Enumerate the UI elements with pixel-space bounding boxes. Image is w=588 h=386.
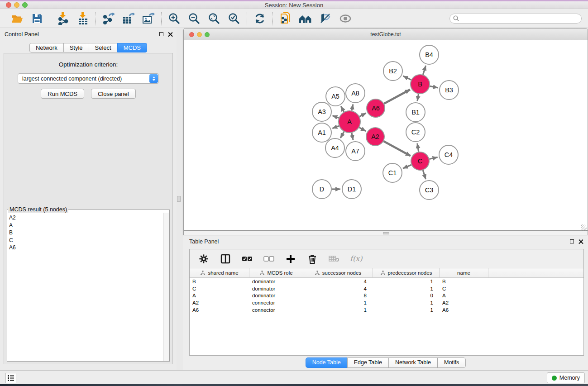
add-column-icon[interactable]	[285, 253, 296, 265]
panel-splitter[interactable]	[177, 28, 183, 370]
table-cell: 1	[373, 279, 440, 284]
table-cell: C	[190, 286, 249, 291]
graph-edge-A-A5[interactable]	[341, 106, 344, 112]
export-image-icon[interactable]	[142, 12, 155, 25]
table-row[interactable]: A6connector11A6	[190, 306, 583, 314]
column-header-name[interactable]: name	[440, 268, 488, 277]
first-neighbors-icon[interactable]	[299, 12, 312, 25]
column-header-shared-name[interactable]: shared name	[190, 268, 249, 277]
graph-edge-A6-B[interactable]	[384, 90, 410, 104]
zoom-fit-icon[interactable]	[207, 12, 221, 25]
graph-edge-C-C1[interactable]	[403, 165, 411, 168]
function-builder-icon[interactable]: f(x)	[350, 254, 362, 263]
deselect-all-icon[interactable]	[263, 253, 275, 265]
column-header-successor-nodes[interactable]: successor nodes	[303, 268, 373, 277]
mcds-result-item[interactable]: C	[9, 237, 163, 244]
graph-edge-B-B3[interactable]	[430, 86, 438, 88]
table-row[interactable]: A2connector11A2	[190, 299, 583, 306]
table-cell: A6	[440, 307, 488, 313]
graph-node-label: C1	[388, 169, 397, 176]
graph-node-label: B1	[411, 109, 420, 116]
graph-edge-B-B2[interactable]	[403, 76, 411, 80]
save-session-icon[interactable]	[30, 12, 44, 25]
graph-edge-B-B4[interactable]	[423, 66, 425, 75]
memory-button[interactable]: Memory	[547, 372, 585, 383]
delete-column-icon[interactable]	[306, 253, 318, 265]
float-table-panel-icon[interactable]	[570, 239, 574, 243]
select-all-icon[interactable]	[241, 253, 253, 265]
graph-node-label: A7	[351, 148, 359, 155]
splitter-thumb[interactable]	[177, 196, 181, 202]
tab-style[interactable]: Style	[63, 43, 89, 52]
graph-edge-C-C3[interactable]	[423, 170, 425, 179]
table-cell: 1	[373, 300, 440, 305]
result-scrollbar[interactable]	[163, 213, 169, 361]
table-row[interactable]: Adominator80A	[190, 292, 583, 299]
import-network-icon[interactable]	[56, 12, 70, 25]
graph-edge-A-A7[interactable]	[352, 133, 353, 140]
network-graph[interactable]: AA1A2A3A4A5A6A7A8BB1B2B3B4CC1C2C3C4DD1	[184, 40, 588, 231]
graph-edge-A-A2[interactable]	[359, 128, 366, 131]
zoom-selected-icon[interactable]	[227, 12, 241, 25]
graph-edge-C-C4[interactable]	[429, 157, 437, 159]
task-history-button[interactable]	[5, 373, 16, 383]
close-table-panel-icon[interactable]	[578, 239, 583, 244]
hide-graphics-icon[interactable]	[319, 12, 332, 25]
run-mcds-button[interactable]: Run MCDS	[41, 89, 84, 99]
mcds-result-list[interactable]: A2ABCA6	[7, 213, 163, 361]
control-panel: Control Panel Network Style Select MCDS …	[0, 28, 177, 370]
open-file-icon[interactable]	[10, 12, 24, 25]
table-options-icon[interactable]	[198, 253, 210, 265]
tab-motifs[interactable]: Motifs	[437, 357, 466, 368]
export-network-icon[interactable]	[102, 12, 115, 25]
show-graphics-icon[interactable]	[339, 12, 352, 25]
mcds-result-item[interactable]: A6	[9, 244, 163, 252]
delete-table-icon[interactable]	[328, 253, 340, 265]
table-tabs: Node TableEdge TableNetwork TableMotifs	[183, 357, 588, 368]
close-panel-button[interactable]: Close panel	[91, 89, 136, 99]
show-columns-icon[interactable]	[220, 253, 231, 265]
graph-edge-C-C2[interactable]	[417, 143, 419, 152]
import-table-icon[interactable]	[76, 12, 90, 25]
table-cell: dominator	[249, 293, 303, 298]
graph-edge-B-B1[interactable]	[417, 94, 419, 101]
tab-network[interactable]: Network	[29, 43, 64, 52]
graph-edge-A2-C[interactable]	[383, 141, 410, 156]
column-header-predecessor-nodes[interactable]: predecessor nodes	[373, 268, 440, 277]
table-row[interactable]: Bdominator41B	[190, 278, 583, 285]
clone-network-icon[interactable]	[279, 12, 292, 25]
resize-grip-icon[interactable]	[581, 224, 587, 230]
export-table-icon[interactable]	[122, 12, 135, 25]
network-hscrollbar[interactable]	[184, 231, 588, 235]
graph-edge-A-A3[interactable]	[333, 115, 339, 118]
graph-node-label: A2	[371, 133, 379, 140]
tab-select[interactable]: Select	[89, 43, 118, 52]
graph-edge-A-A6[interactable]	[359, 113, 366, 116]
float-panel-icon[interactable]	[159, 32, 163, 36]
graph-edge-A-A8[interactable]	[352, 104, 353, 110]
network-titlebar[interactable]: testGlobe.txt	[184, 29, 588, 40]
graph-node-label: A3	[318, 108, 326, 115]
tab-network-table[interactable]: Network Table	[388, 357, 438, 368]
mcds-result-item[interactable]: A2	[9, 214, 163, 222]
tab-node-table[interactable]: Node Table	[306, 357, 348, 368]
search-input[interactable]	[449, 14, 582, 24]
graph-edge-A-A4[interactable]	[340, 132, 344, 138]
zoom-out-icon[interactable]	[187, 12, 201, 25]
tab-edge-table[interactable]: Edge Table	[347, 357, 389, 368]
mcds-result-item[interactable]: A	[9, 222, 163, 229]
graph-node-label: A8	[351, 90, 359, 97]
tab-mcds[interactable]: MCDS	[117, 43, 147, 52]
column-header-label: shared name	[208, 270, 238, 276]
table-row[interactable]: Cdominator41C	[190, 285, 583, 292]
optimization-criterion-select[interactable]: largest connected component (directed)	[18, 73, 159, 84]
zoom-in-icon[interactable]	[167, 12, 181, 25]
column-header-MCDS-role[interactable]: MCDS role	[249, 268, 303, 277]
network-hscroll-thumb[interactable]	[383, 232, 389, 234]
network-canvas[interactable]: AA1A2A3A4A5A6A7A8BB1B2B3B4CC1C2C3C4DD1	[184, 40, 588, 231]
graph-edge-A-A1[interactable]	[332, 126, 339, 129]
close-panel-icon[interactable]	[168, 32, 173, 37]
refresh-layout-icon[interactable]	[253, 12, 267, 25]
mcds-result-item[interactable]: B	[9, 229, 163, 237]
control-panel-tabs: Network Style Select MCDS	[0, 43, 177, 52]
